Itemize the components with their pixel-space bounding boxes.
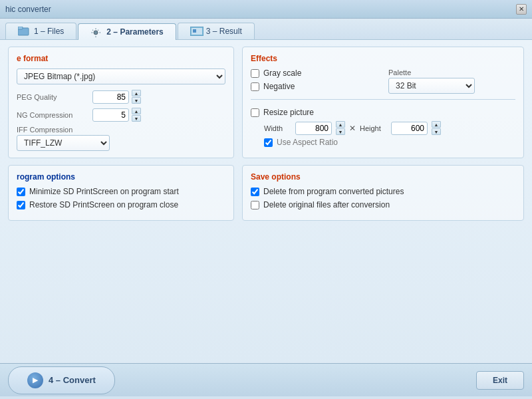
svg-rect-1 bbox=[18, 27, 23, 29]
height-down-button[interactable]: ▼ bbox=[432, 128, 441, 135]
grayscale-row: Gray scale bbox=[251, 68, 378, 78]
grayscale-checkbox[interactable] bbox=[251, 69, 259, 78]
app-title: hic converter bbox=[5, 5, 51, 14]
tab-files[interactable]: 1 – Files bbox=[5, 23, 76, 39]
close-button[interactable]: ✕ bbox=[516, 4, 527, 15]
height-up-button[interactable]: ▲ bbox=[432, 121, 441, 128]
tab-files-label: 1 – Files bbox=[34, 27, 64, 36]
negative-row: Negative bbox=[251, 82, 378, 91]
quality-spinner: ▲ ▼ bbox=[132, 90, 141, 104]
compression-spinner: ▲ ▼ bbox=[132, 108, 141, 122]
convert-icon: ▶ bbox=[27, 372, 43, 388]
resize-checkbox[interactable] bbox=[251, 108, 259, 117]
svg-point-2 bbox=[94, 31, 98, 35]
tab-result-label: 3 – Result bbox=[206, 27, 242, 36]
effects-section-title: Effects bbox=[251, 54, 515, 63]
svg-rect-5 bbox=[193, 29, 196, 33]
tiff-select[interactable]: TIFF_LZW TIFF_None TIFF_ZIP bbox=[17, 135, 110, 151]
quality-down-button[interactable]: ▼ bbox=[132, 97, 141, 104]
delete-converted-row: Delete from program converted pictures bbox=[251, 187, 515, 196]
minimize-label: Minimize SD PrintScreen on program start bbox=[29, 187, 179, 196]
negative-checkbox[interactable] bbox=[251, 82, 259, 91]
bottom-bar: ▶ 4 – Convert Exit bbox=[0, 363, 532, 396]
x-separator: ✕ bbox=[349, 124, 356, 133]
convert-button[interactable]: ▶ 4 – Convert bbox=[8, 366, 115, 394]
delete-original-checkbox[interactable] bbox=[251, 201, 259, 209]
compression-up-button[interactable]: ▲ bbox=[132, 108, 141, 114]
height-spinner: ▲ ▼ bbox=[432, 121, 441, 135]
result-icon bbox=[190, 27, 202, 36]
width-label: Width bbox=[264, 124, 287, 132]
resize-section: Resize picture Width ▲ ▼ ✕ Height ▲ ▼ bbox=[251, 104, 515, 147]
compression-input[interactable] bbox=[92, 108, 129, 122]
save-options-title: Save options bbox=[251, 172, 515, 182]
format-select[interactable]: JPEG Bitmap (*.jpg) PNG Image (*.png) BM… bbox=[17, 68, 225, 84]
delete-original-row: Delete original files after conversion bbox=[251, 200, 515, 209]
convert-label: 4 – Convert bbox=[49, 375, 96, 385]
quality-up-button[interactable]: ▲ bbox=[132, 90, 141, 96]
aspect-ratio-label: Use Aspect Ratio bbox=[277, 138, 338, 147]
title-bar: hic converter ✕ bbox=[0, 0, 532, 19]
width-down-button[interactable]: ▼ bbox=[336, 128, 345, 135]
left-panel: e format JPEG Bitmap (*.jpg) PNG Image (… bbox=[8, 47, 234, 356]
resize-dimensions: Width ▲ ▼ ✕ Height ▲ ▼ bbox=[264, 121, 515, 135]
height-input[interactable] bbox=[391, 122, 428, 135]
quality-label: PEG Quality bbox=[17, 93, 90, 101]
compression-label: NG Compression bbox=[17, 111, 90, 119]
format-section: e format JPEG Bitmap (*.jpg) PNG Image (… bbox=[8, 47, 234, 158]
width-up-button[interactable]: ▲ bbox=[336, 121, 345, 128]
compression-down-button[interactable]: ▼ bbox=[132, 115, 141, 122]
restore-label: Restore SD PrintScreen on program close bbox=[29, 200, 178, 209]
tab-parameters-label: 2 – Parameters bbox=[106, 27, 163, 37]
delete-converted-checkbox[interactable] bbox=[251, 188, 259, 196]
tab-bar: 1 – Files 2 – Parameters 3 – Result bbox=[0, 19, 532, 40]
effects-section: Effects Gray scale Negative Palette 32 bbox=[242, 47, 524, 158]
minimize-option-row: Minimize SD PrintScreen on program start bbox=[17, 187, 225, 196]
save-options-section: Save options Delete from program convert… bbox=[242, 165, 524, 221]
negative-label: Negative bbox=[263, 82, 295, 91]
tab-parameters[interactable]: 2 – Parameters bbox=[78, 23, 176, 40]
program-options-section: rogram options Minimize SD PrintScreen o… bbox=[8, 165, 234, 221]
delete-original-label: Delete original files after conversion bbox=[263, 200, 390, 209]
resize-row: Resize picture bbox=[251, 108, 515, 117]
tab-result[interactable]: 3 – Result bbox=[178, 23, 255, 39]
tiff-label: IFF Compression bbox=[17, 126, 225, 134]
minimize-checkbox[interactable] bbox=[17, 188, 25, 196]
height-label: Height bbox=[360, 124, 383, 132]
restore-checkbox[interactable] bbox=[17, 201, 25, 209]
grayscale-label: Gray scale bbox=[263, 68, 301, 78]
restore-option-row: Restore SD PrintScreen on program close bbox=[17, 200, 225, 209]
files-icon bbox=[18, 27, 30, 36]
effects-checkboxes: Gray scale Negative bbox=[251, 68, 378, 95]
width-spinner: ▲ ▼ bbox=[336, 121, 345, 135]
palette-label: Palette bbox=[388, 68, 515, 76]
effects-cols: Gray scale Negative Palette 32 Bit 24 Bi… bbox=[251, 68, 515, 95]
quality-input[interactable] bbox=[92, 90, 129, 104]
exit-button[interactable]: Exit bbox=[476, 371, 524, 390]
format-section-title: e format bbox=[17, 54, 225, 63]
resize-label: Resize picture bbox=[263, 108, 314, 117]
gear-icon bbox=[90, 27, 102, 37]
palette-area: Palette 32 Bit 24 Bit 16 Bit 8 Bit bbox=[388, 68, 515, 95]
right-panel: Effects Gray scale Negative Palette 32 bbox=[242, 47, 524, 356]
program-options-title: rogram options bbox=[17, 172, 225, 182]
aspect-ratio-row: Use Aspect Ratio bbox=[264, 138, 515, 147]
aspect-ratio-checkbox[interactable] bbox=[264, 138, 273, 147]
main-content: e format JPEG Bitmap (*.jpg) PNG Image (… bbox=[0, 40, 532, 363]
delete-converted-label: Delete from program converted pictures bbox=[263, 187, 404, 196]
width-input[interactable] bbox=[295, 122, 332, 135]
palette-select[interactable]: 32 Bit 24 Bit 16 Bit 8 Bit bbox=[388, 78, 475, 94]
